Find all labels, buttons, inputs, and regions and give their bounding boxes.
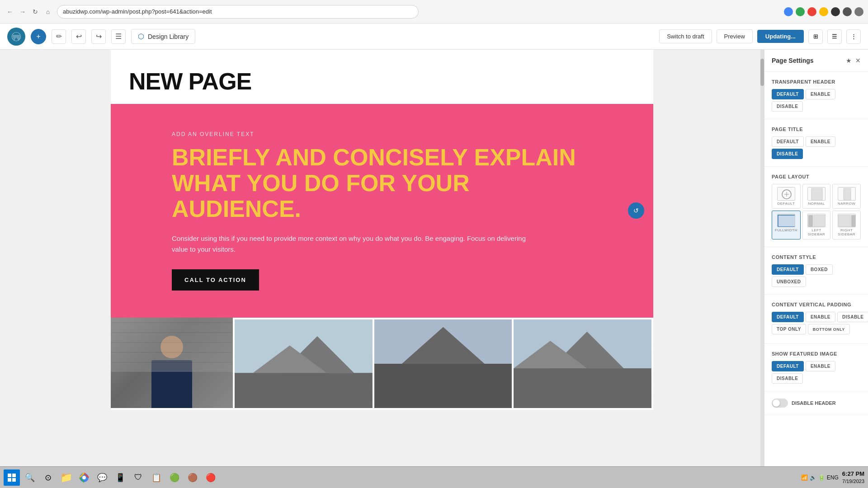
svg-rect-15 (811, 188, 822, 200)
extension-icon-3[interactable] (807, 7, 816, 16)
redo-button[interactable]: ↪ (91, 29, 106, 44)
cta-button[interactable]: CALL TO ACTION (172, 269, 259, 291)
panel-header: Page Settings ★ ✕ (764, 50, 868, 72)
content-padding-default[interactable]: DEFAULT (772, 312, 804, 322)
taskbar: 🔍 ⊙ 📁 💬 📱 🛡 📋 🟢 🟤 🔴 📶 🔊 🔋 ENG 6:27 PM 7/… (0, 466, 868, 488)
content-style-default[interactable]: DEFAULT (772, 264, 804, 275)
switch-draft-button[interactable]: Switch to draft (659, 29, 712, 43)
extension-icon-4[interactable] (819, 7, 828, 16)
layout-right-sidebar-button[interactable]: RIGHT SIDEBAR (832, 211, 861, 239)
back-button[interactable]: ← (5, 6, 15, 17)
disable-header-toggle[interactable] (772, 399, 788, 408)
layout-narrow-label: NARROW (838, 202, 855, 206)
content-style-unboxed[interactable]: UNBOXED (772, 277, 806, 287)
gallery-image-1 (235, 319, 373, 408)
forward-button[interactable]: → (17, 6, 28, 17)
taskbar-explorer[interactable]: 📁 (58, 469, 74, 486)
extension-icon-6[interactable] (843, 7, 852, 16)
edit-button[interactable]: ✏ (52, 29, 66, 44)
wp-logo[interactable] (7, 28, 25, 46)
show-featured-image-section: Show Featured Image DEFAULT ENABLE DISAB… (764, 344, 868, 391)
battery-icon[interactable]: 🔋 (818, 474, 825, 481)
layout-default-button[interactable]: DEFAULT (772, 184, 801, 209)
content-padding-top-only[interactable]: TOP ONLY (772, 324, 806, 334)
profile-icon[interactable] (854, 7, 863, 16)
taskbar-start[interactable] (4, 469, 20, 486)
browser-nav-buttons: ← → ↻ ⌂ (5, 6, 53, 17)
content-padding-row2: TOP ONLY BOTTOM ONLY (772, 324, 861, 334)
volume-icon[interactable]: 🔊 (810, 474, 816, 481)
updating-button[interactable]: Updating... (757, 30, 804, 43)
gallery-section (111, 318, 653, 410)
star-icon[interactable]: ★ (846, 57, 852, 64)
undo-button[interactable]: ↩ (71, 29, 86, 44)
taskbar-app5[interactable]: 🟢 (166, 469, 183, 486)
page-content: NEW PAGE ADD AN OVERLINE TEXT BRIEFLY AN… (111, 50, 653, 410)
taskbar-app7[interactable]: 🔴 (203, 469, 219, 486)
layout-narrow-button[interactable]: NARROW (832, 184, 861, 209)
wifi-icon[interactable]: 📶 (801, 474, 808, 481)
view-toggle-button[interactable]: ⊞ (808, 29, 823, 44)
taskbar-search[interactable]: 🔍 (22, 469, 38, 486)
language-label[interactable]: ENG (827, 474, 839, 481)
toolbar-right: Switch to draft Preview Updating... ⊞ ☰ … (659, 29, 861, 44)
gallery-images (233, 318, 653, 410)
refresh-overlay-icon[interactable]: ↺ (628, 202, 644, 219)
featured-image-default[interactable]: DEFAULT (772, 361, 804, 371)
taskbar-app3[interactable]: 🛡 (130, 469, 146, 486)
layout-right-sidebar-icon (838, 214, 856, 227)
featured-image-disable[interactable]: DISABLE (772, 373, 803, 384)
taskbar-app4[interactable]: 📋 (148, 469, 165, 486)
scrollbar-thumb[interactable] (760, 59, 764, 86)
settings-icon: ☰ (832, 33, 837, 40)
content-padding-bottom-only[interactable]: BOTTOM ONLY (808, 324, 850, 334)
add-block-button[interactable]: + (31, 29, 46, 44)
home-button[interactable]: ⌂ (42, 6, 53, 17)
browser-chrome: ← → ↻ ⌂ abuzidwp.com/wp-admin/post.php?p… (0, 0, 868, 23)
close-icon[interactable]: ✕ (855, 57, 861, 64)
extension-icon-2[interactable] (796, 7, 805, 16)
svg-rect-21 (851, 215, 856, 227)
reload-button[interactable]: ↻ (30, 6, 41, 17)
disable-header-section: Disable Header (764, 391, 868, 415)
content-padding-enable[interactable]: ENABLE (806, 312, 835, 322)
more-icon: ⋮ (851, 33, 857, 40)
layout-left-sidebar-button[interactable]: LEFT SIDEBAR (802, 211, 831, 239)
more-options-button[interactable]: ⋮ (846, 29, 861, 44)
transparent-header-enable[interactable]: ENABLE (806, 89, 835, 99)
layout-normal-button[interactable]: NORMAL (802, 184, 831, 209)
transparent-header-disable[interactable]: DISABLE (772, 101, 803, 112)
scrollbar-track[interactable] (760, 50, 764, 488)
layout-fullwidth-button[interactable]: FULLWIDTH (772, 211, 801, 239)
transparent-header-default[interactable]: DEFAULT (772, 89, 804, 99)
redo-icon: ↪ (96, 32, 102, 41)
page-title-disable[interactable]: DISABLE (772, 149, 803, 159)
taskbar-app1[interactable]: 💬 (94, 469, 110, 486)
svg-rect-11 (514, 368, 651, 408)
settings-panel-toggle[interactable]: ☰ (827, 29, 842, 44)
page-title-default[interactable]: DEFAULT (772, 136, 804, 147)
address-bar[interactable]: abuzidwp.com/wp-admin/post.php?post=641&… (57, 5, 419, 19)
design-library-button[interactable]: ⬡ Design Library (131, 29, 195, 44)
url-text: abuzidwp.com/wp-admin/post.php?post=641&… (63, 8, 212, 15)
menu-button[interactable]: ☰ (111, 29, 126, 44)
taskbar-app2[interactable]: 📱 (112, 469, 128, 486)
content-style-options: DEFAULT BOXED UNBOXED (772, 264, 861, 287)
extension-icon-1[interactable] (784, 7, 793, 16)
hero-headline-line1: BRIEFLY AND CONCISELY EXPLAIN (172, 144, 576, 170)
extension-icon-5[interactable] (831, 7, 840, 16)
taskbar-chrome[interactable] (76, 469, 92, 486)
preview-button[interactable]: Preview (717, 29, 753, 43)
content-padding-disable[interactable]: DISABLE (837, 312, 868, 322)
time-display[interactable]: 6:27 PM 7/19/2023 (842, 470, 864, 484)
editor-area[interactable]: NEW PAGE ADD AN OVERLINE TEXT BRIEFLY AN… (0, 50, 764, 488)
svg-rect-23 (12, 474, 16, 477)
pencil-icon: ✏ (56, 32, 62, 41)
taskbar-app6[interactable]: 🟤 (184, 469, 201, 486)
taskbar-cortana[interactable]: ⊙ (40, 469, 56, 486)
taskbar-sys-icons: 📶 🔊 🔋 ENG (801, 474, 839, 481)
svg-rect-20 (839, 215, 850, 227)
featured-image-enable[interactable]: ENABLE (806, 361, 835, 371)
page-title-enable[interactable]: ENABLE (806, 136, 835, 147)
content-style-boxed[interactable]: BOXED (806, 264, 833, 275)
